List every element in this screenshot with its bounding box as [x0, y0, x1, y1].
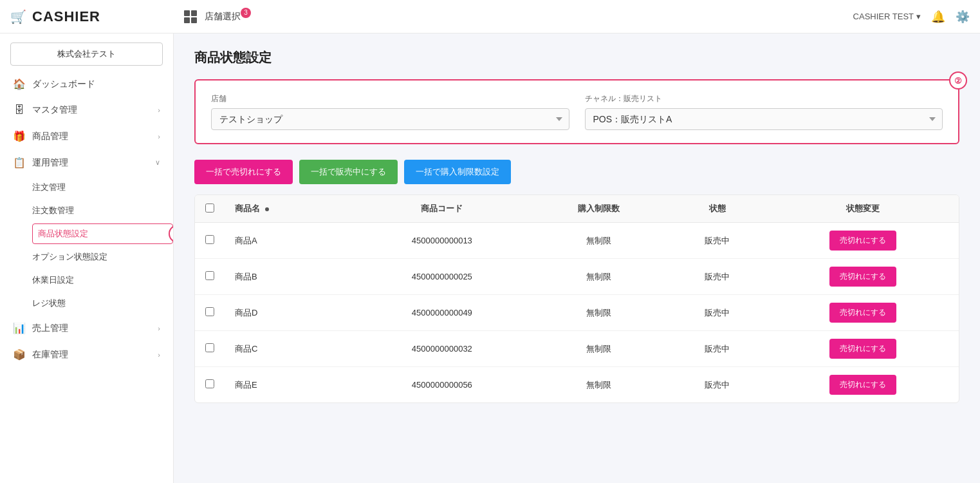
chevron-right-icon: › — [158, 351, 160, 359]
cart-icon: 🛒 — [10, 9, 27, 24]
sidebar-item-master[interactable]: 🗄 マスタ管理 › — [0, 97, 173, 123]
col-product-code: 商品コード — [353, 195, 531, 223]
user-label[interactable]: CASHIER TEST ▾ — [853, 12, 921, 21]
row-sold-out-button[interactable]: 売切れにする — [829, 231, 896, 251]
sidebar-sub-item-product-status[interactable]: 商品状態設定 ① — [32, 223, 173, 244]
row-checkbox-cell — [195, 331, 225, 367]
store-filter-group: 店舗 テストショップ — [211, 93, 569, 130]
row-status-change-cell: 売切れにする — [767, 259, 959, 295]
row-purchase-limit: 無制限 — [531, 295, 667, 331]
bulk-sold-out-button[interactable]: 一括で売切れにする — [194, 160, 293, 184]
filter-box: ② 店舗 テストショップ チャネル：販売リスト POS：販売リストA — [194, 79, 959, 144]
database-icon: 🗄 — [13, 104, 26, 116]
row-product-name: 商品D — [225, 295, 353, 331]
row-product-code: 4500000000032 — [353, 331, 531, 367]
table-row: 商品B 4500000000025 無制限 販売中 売切れにする — [195, 259, 959, 295]
row-checkbox[interactable] — [205, 307, 214, 316]
sidebar-sub-item-register[interactable]: レジ状態 — [32, 292, 173, 315]
notification-bell-icon[interactable]: 🔔 — [931, 10, 945, 24]
sidebar-sub-item-order[interactable]: 注文管理 — [32, 176, 173, 199]
store-select-badge-count: 3 — [241, 8, 251, 18]
store-filter-select[interactable]: テストショップ — [211, 108, 569, 130]
row-product-name: 商品A — [225, 223, 353, 259]
row-checkbox[interactable] — [205, 343, 214, 352]
table-row: 商品D 4500000000049 無制限 販売中 売切れにする — [195, 295, 959, 331]
sidebar-item-label: 在庫管理 — [32, 349, 68, 361]
col-status-change: 状態変更 — [767, 195, 959, 223]
bulk-limit-button[interactable]: 一括で購入制限数設定 — [404, 160, 511, 184]
settings-gear-icon[interactable]: ⚙️ — [956, 10, 970, 24]
row-checkbox[interactable] — [205, 271, 214, 280]
row-sold-out-button[interactable]: 売切れにする — [829, 303, 896, 323]
sidebar-sub-item-order-count[interactable]: 注文数管理 — [32, 199, 173, 222]
store-filter-label: 店舗 — [211, 93, 569, 104]
main-content: 商品状態設定 ② 店舗 テストショップ チャネル：販売リスト POS：販売リスト… — [174, 33, 980, 483]
sidebar-item-label: マスタ管理 — [32, 104, 77, 116]
row-sold-out-button[interactable]: 売切れにする — [829, 267, 896, 287]
row-status-change-cell: 売切れにする — [767, 295, 959, 331]
sidebar-item-product[interactable]: 🎁 商品管理 › — [0, 123, 173, 149]
row-sold-out-button[interactable]: 売切れにする — [829, 339, 896, 359]
app-header: 🛒 CASHIER 店舗選択 3 CASHIER TEST ▾ 🔔 ⚙️ — [0, 0, 980, 33]
row-status-change-cell: 売切れにする — [767, 223, 959, 259]
home-icon: 🏠 — [13, 78, 26, 90]
annotation-circle-1: ① — [169, 225, 174, 243]
row-product-code: 4500000000013 — [353, 223, 531, 259]
row-purchase-limit: 無制限 — [531, 223, 667, 259]
row-checkbox-cell — [195, 295, 225, 331]
sidebar-sub-item-holiday[interactable]: 休業日設定 — [32, 269, 173, 292]
action-row: 一括で売切れにする 一括で販売中にする 一括で購入制限数設定 — [194, 160, 959, 184]
row-status-change-cell: 売切れにする — [767, 331, 959, 367]
logo-area: 🛒 CASHIER — [10, 8, 184, 25]
row-product-name: 商品B — [225, 259, 353, 295]
row-checkbox[interactable] — [205, 235, 214, 244]
logo-text: CASHIER — [32, 8, 100, 25]
row-purchase-limit: 無制限 — [531, 259, 667, 295]
row-status: 販売中 — [667, 367, 767, 403]
sidebar-item-label: 売上管理 — [32, 323, 68, 334]
sidebar-item-operation[interactable]: 📋 運用管理 ∨ — [0, 149, 173, 176]
box-icon: 📦 — [13, 348, 26, 361]
col-product-name: 商品名 — [225, 195, 353, 223]
chevron-right-icon: › — [158, 325, 160, 332]
sidebar-item-dashboard[interactable]: 🏠 ダッシュボード — [0, 71, 173, 97]
page-title: 商品状態設定 — [194, 49, 959, 66]
row-status-change-cell: 売切れにする — [767, 367, 959, 403]
sidebar-sub-menu: 注文管理 注文数管理 商品状態設定 ① オプション状態設定 休業日設定 レジ状態 — [0, 176, 173, 315]
product-table-wrap: 商品名 商品コード 購入制限数 状態 状態変更 商品A 450000000001… — [194, 194, 959, 403]
channel-filter-group: チャネル：販売リスト POS：販売リストA — [585, 93, 943, 130]
row-status: 販売中 — [667, 223, 767, 259]
bulk-on-sale-button[interactable]: 一括で販売中にする — [299, 160, 398, 184]
clipboard-icon: 📋 — [13, 156, 26, 169]
select-all-checkbox[interactable] — [205, 204, 214, 213]
product-table: 商品名 商品コード 購入制限数 状態 状態変更 商品A 450000000001… — [195, 195, 959, 402]
sidebar-item-inventory[interactable]: 📦 在庫管理 › — [0, 341, 173, 368]
row-product-code: 4500000000049 — [353, 295, 531, 331]
col-status: 状態 — [667, 195, 767, 223]
store-select-button[interactable]: 店舗選択 3 — [205, 11, 254, 23]
sidebar-item-label: 運用管理 — [32, 157, 68, 169]
sidebar-item-sales[interactable]: 📊 売上管理 › — [0, 315, 173, 341]
header-center: 店舗選択 3 — [184, 10, 853, 23]
table-row: 商品A 4500000000013 無制限 販売中 売切れにする — [195, 223, 959, 259]
row-product-code: 4500000000056 — [353, 367, 531, 403]
row-checkbox-cell — [195, 259, 225, 295]
user-chevron-icon: ▾ — [916, 12, 921, 21]
company-button[interactable]: 株式会社テスト — [10, 43, 163, 66]
row-purchase-limit: 無制限 — [531, 331, 667, 367]
row-checkbox[interactable] — [205, 379, 214, 388]
row-checkbox-cell — [195, 223, 225, 259]
channel-filter-label: チャネル：販売リスト — [585, 93, 943, 104]
grid-icon — [184, 10, 197, 23]
col-checkbox — [195, 195, 225, 223]
row-status: 販売中 — [667, 295, 767, 331]
row-sold-out-button[interactable]: 売切れにする — [829, 375, 896, 395]
sidebar: 株式会社テスト 🏠 ダッシュボード 🗄 マスタ管理 › 🎁 商品管理 › 📋 運… — [0, 33, 174, 483]
main-layout: 株式会社テスト 🏠 ダッシュボード 🗄 マスタ管理 › 🎁 商品管理 › 📋 運… — [0, 33, 980, 483]
sidebar-sub-item-option-status[interactable]: オプション状態設定 — [32, 245, 173, 269]
row-product-name: 商品C — [225, 331, 353, 367]
col-purchase-limit: 購入制限数 — [531, 195, 667, 223]
annotation-circle-2: ② — [949, 71, 967, 90]
filter-row: 店舗 テストショップ チャネル：販売リスト POS：販売リストA — [211, 93, 943, 130]
channel-filter-select[interactable]: POS：販売リストA — [585, 108, 943, 130]
